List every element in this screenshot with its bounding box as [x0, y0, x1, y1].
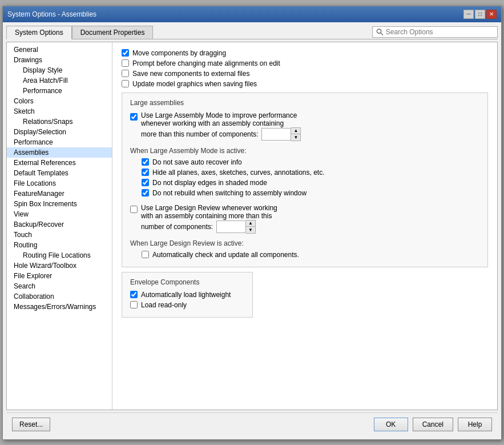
large-asm-spinbox: 500 ▲ ▼	[261, 127, 301, 141]
envelope-title: Envelope Components	[130, 278, 244, 286]
dialog-footer: Reset... OK Cancel Help	[6, 412, 498, 436]
ldr-spinbox: 5000 ▲ ▼	[216, 220, 256, 234]
sidebar-item-colors[interactable]: Colors	[7, 96, 112, 106]
cb-update-model-label[interactable]: Update model graphics when saving files	[132, 80, 257, 88]
cb-no-edges-row: Do not display edges in shaded mode	[142, 179, 479, 187]
ldr-spin-down[interactable]: ▼	[246, 227, 255, 233]
envelope-components-section: Envelope Components Automatically load l…	[122, 272, 253, 318]
sidebar-item-routing[interactable]: Routing	[7, 240, 112, 250]
sidebar-item-spin-box[interactable]: Spin Box Increments	[7, 199, 112, 209]
cb-no-auto-recover-label[interactable]: Do not save auto recover info	[152, 158, 242, 166]
sidebar-item-display-style[interactable]: Display Style	[7, 65, 112, 75]
use-large-asm-text2: whenever working with an assembly contai…	[141, 119, 479, 127]
large-asm-spin-buttons: ▲ ▼	[291, 127, 301, 141]
sidebar-item-performance[interactable]: Performance	[7, 137, 112, 147]
search-icon	[376, 28, 384, 36]
cb-no-rebuild-row: Do not rebuild when switching to assembl…	[142, 189, 479, 197]
cb-prompt-before[interactable]	[122, 59, 129, 67]
title-bar: System Options - Assemblies ─ □ ✕	[3, 6, 501, 22]
cb-auto-load-lightweight-row: Automatically load lightweight	[130, 291, 244, 299]
use-large-asm-row: Use Large Assembly Mode to improve perfo…	[130, 111, 479, 141]
sidebar-item-default-templates[interactable]: Default Templates	[7, 168, 112, 178]
use-large-asm-text1: Use Large Assembly Mode to improve perfo…	[141, 111, 479, 119]
cb-use-large-design-review[interactable]	[130, 206, 138, 213]
use-large-asm-text3: more than this number of components:	[141, 130, 258, 138]
large-assemblies-title: Large assemblies	[130, 99, 479, 107]
cb-hide-planes[interactable]	[142, 169, 149, 176]
reset-button[interactable]: Reset...	[12, 418, 50, 431]
cb-no-edges[interactable]	[142, 179, 149, 186]
sidebar-item-sketch[interactable]: Sketch	[7, 106, 112, 117]
ldr-spin-up[interactable]: ▲	[246, 221, 255, 227]
large-asm-sub-checkboxes: Do not save auto recover info Hide all p…	[142, 158, 479, 197]
cb-load-read-only-label[interactable]: Load read-only	[141, 301, 187, 309]
sidebar-item-feature-manager[interactable]: FeatureManager	[7, 189, 112, 199]
sidebar-item-relations-snaps[interactable]: Relations/Snaps	[7, 117, 112, 127]
sidebar-item-assemblies[interactable]: Assemblies	[7, 147, 112, 158]
large-asm-value[interactable]: 500	[261, 128, 291, 141]
cb-no-auto-recover-row: Do not save auto recover info	[142, 158, 479, 166]
title-controls: ─ □ ✕	[463, 10, 497, 19]
ok-button[interactable]: OK	[374, 418, 408, 431]
sidebar-item-file-explorer[interactable]: File Explorer	[7, 271, 112, 281]
close-button[interactable]: ✕	[486, 10, 497, 19]
sidebar-item-routing-file-locations[interactable]: Routing File Locations	[7, 250, 112, 260]
sidebar-item-messages-errors[interactable]: Messages/Errors/Warnings	[7, 302, 112, 312]
sidebar-item-display-selection[interactable]: Display/Selection	[7, 127, 112, 137]
cb-auto-load-lightweight-label[interactable]: Automatically load lightweight	[141, 291, 231, 299]
cancel-button[interactable]: Cancel	[413, 418, 453, 431]
cb-move-components-label[interactable]: Move components by dragging	[132, 49, 226, 57]
svg-line-1	[381, 33, 383, 35]
sidebar-item-file-locations[interactable]: File Locations	[7, 178, 112, 189]
cb-move-components[interactable]	[122, 49, 129, 57]
tab-document-properties[interactable]: Document Properties	[72, 26, 154, 39]
sidebar-item-search[interactable]: Search	[7, 281, 112, 291]
cb-no-auto-recover[interactable]	[142, 158, 149, 166]
cb-auto-check-label[interactable]: Automatically check and update all compo…	[152, 251, 299, 259]
cb-save-external[interactable]	[122, 70, 129, 77]
checkbox-save-external: Save new components to external files	[122, 70, 488, 78]
cb-hide-planes-row: Hide all planes, axes, sketches, curves,…	[142, 169, 479, 177]
sidebar-item-external-references[interactable]: External References	[7, 158, 112, 168]
when-design-review-label: When Large Design Review is active:	[130, 239, 479, 247]
content-panel: Move components by dragging Prompt befor…	[112, 42, 497, 410]
checkbox-update-model: Update model graphics when saving files	[122, 80, 488, 88]
sidebar-item-area-hatch[interactable]: Area Hatch/Fill	[7, 75, 112, 86]
sidebar-item-view[interactable]: View	[7, 209, 112, 219]
checkbox-prompt-before: Prompt before changing mate alignments o…	[122, 59, 488, 67]
cb-load-read-only[interactable]	[130, 301, 138, 308]
sidebar-item-touch[interactable]: Touch	[7, 230, 112, 240]
sidebar-item-performance-drawings[interactable]: Performance	[7, 86, 112, 96]
cb-use-large-asm[interactable]	[130, 113, 138, 121]
cb-auto-check[interactable]	[142, 251, 149, 258]
cb-update-model[interactable]	[122, 80, 129, 87]
cb-no-rebuild[interactable]	[142, 189, 149, 197]
cb-hide-planes-label[interactable]: Hide all planes, axes, sketches, curves,…	[152, 169, 325, 177]
tab-system-options[interactable]: System Options	[6, 26, 72, 39]
sidebar-item-general[interactable]: General	[7, 45, 112, 55]
cb-prompt-before-label[interactable]: Prompt before changing mate alignments o…	[132, 59, 280, 67]
help-button[interactable]: Help	[458, 418, 492, 431]
ldr-value[interactable]: 5000	[216, 221, 246, 233]
dialog-content: System Options Document Properties Gener…	[3, 22, 501, 439]
large-asm-spin-up[interactable]: ▲	[291, 128, 300, 134]
sidebar-item-hole-wizard[interactable]: Hole Wizard/Toolbox	[7, 260, 112, 271]
cb-no-rebuild-label[interactable]: Do not rebuild when switching to assembl…	[152, 189, 307, 197]
cb-auto-load-lightweight[interactable]	[130, 291, 138, 298]
search-bar	[372, 26, 498, 38]
maximize-button[interactable]: □	[475, 10, 485, 19]
large-asm-spin-down[interactable]: ▼	[291, 134, 300, 141]
cb-load-read-only-row: Load read-only	[130, 301, 244, 309]
sidebar-item-drawings[interactable]: Drawings	[7, 55, 112, 65]
search-input[interactable]	[386, 28, 494, 36]
design-review-sub-checkboxes: Automatically check and update all compo…	[142, 251, 479, 259]
cb-save-external-label[interactable]: Save new components to external files	[132, 70, 249, 78]
cb-auto-check-row: Automatically check and update all compo…	[142, 251, 479, 259]
cb-no-edges-label[interactable]: Do not display edges in shaded mode	[152, 179, 267, 187]
sidebar-item-backup-recover[interactable]: Backup/Recover	[7, 219, 112, 230]
sidebar-item-collaboration[interactable]: Collaboration	[7, 291, 112, 302]
minimize-button[interactable]: ─	[463, 10, 474, 19]
tabs-row: System Options Document Properties	[6, 26, 153, 39]
main-dialog: System Options - Assemblies ─ □ ✕ System…	[2, 6, 502, 440]
sidebar: General Drawings Display Style Area Hatc…	[7, 42, 112, 410]
